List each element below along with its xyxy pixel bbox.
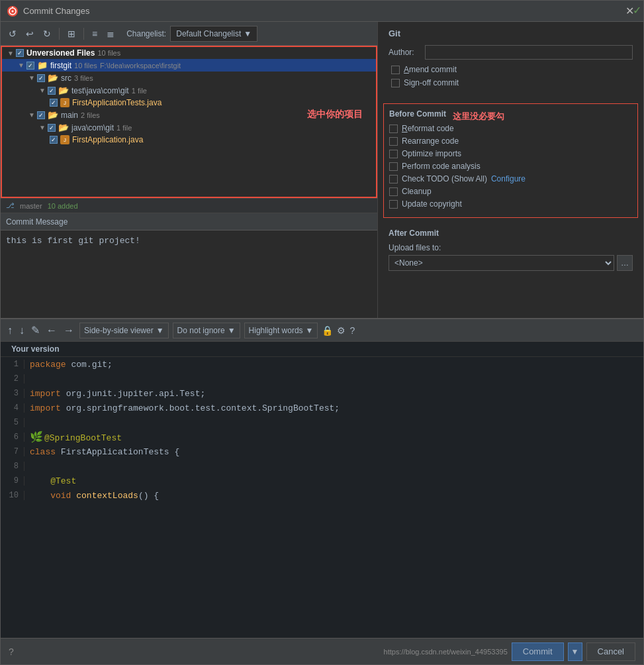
line-num-8: 8 <box>1 462 24 471</box>
tree-item-first-app-tests[interactable]: ✓ J FirstApplicationTests.java <box>2 97 376 109</box>
cleanup-checkbox[interactable] <box>389 187 398 196</box>
upload-browse-btn[interactable]: … <box>617 255 633 271</box>
line-content-3: import org.junit.jupiter.api.Test; <box>24 389 205 399</box>
tree-arrow-test: ▼ <box>39 87 46 94</box>
tree-label-tests-file: FirstApplicationTests.java <box>72 98 161 107</box>
configure-link[interactable]: Configure <box>491 174 526 183</box>
ignore-label: Do not ignore <box>177 326 225 335</box>
rearrange-checkbox[interactable] <box>389 137 398 146</box>
commit-button[interactable]: Commit <box>512 642 564 661</box>
commit-message-input[interactable]: this is first git project! <box>1 230 377 318</box>
diff-down-btn[interactable]: ↓ <box>18 323 26 338</box>
lock-icon[interactable]: 🔒 <box>322 325 333 336</box>
tree-checkbox-main[interactable]: ✓ <box>37 111 45 119</box>
java-file-icon-app: J <box>60 135 69 144</box>
tree-item-unversioned[interactable]: ▼ ✓ Unversioned Files 10 files <box>2 47 376 59</box>
reformat-checkbox[interactable] <box>389 125 398 133</box>
signoff-label: Sign-off commit <box>404 78 459 87</box>
status-added: 10 added <box>48 202 78 210</box>
tree-item-firstgit[interactable]: ▼ ✓ 📁 firstgit 10 files F:\Idea\workspac… <box>2 59 376 72</box>
upload-select[interactable]: <None> <box>389 255 614 271</box>
folder-icon-test: 📂 <box>58 85 69 95</box>
settings-icon[interactable]: ⚙ <box>337 325 345 336</box>
tree-item-java-dir[interactable]: ▼ ✓ 📂 java\com\git 1 file <box>2 121 376 134</box>
tree-checkbox-firstgit[interactable]: ✓ <box>26 62 34 70</box>
tree-count-main: 2 files <box>81 111 100 119</box>
refresh-icon[interactable]: ↺ <box>6 27 19 40</box>
git-title: Git <box>389 28 633 38</box>
tree-checkbox-unversioned[interactable]: ✓ <box>16 49 24 57</box>
diff-forward-btn[interactable]: → <box>62 323 75 338</box>
tree-item-first-app[interactable]: ✓ J FirstApplication.java <box>2 134 376 146</box>
todo-checkbox[interactable] <box>389 175 398 183</box>
rearrange-label: Rearrange code <box>402 136 459 146</box>
tree-checkbox-app-file[interactable]: ✓ <box>50 136 58 144</box>
code-line-8: 8 <box>1 459 643 474</box>
changelist-dropdown[interactable]: Default Changelist ▼ <box>170 26 257 42</box>
main-area: ↺ ↩ ↻ ⊞ ≡ ≣ Changelist: Default Changeli… <box>1 22 643 318</box>
analysis-row: Perform code analysis <box>389 162 632 171</box>
diff-up-btn[interactable]: ↑ <box>6 323 14 338</box>
tree-count-unversioned: 10 files <box>97 49 120 57</box>
side-by-side-dropdown[interactable]: Side-by-side viewer ▼ <box>79 323 169 338</box>
line-num-5: 5 <box>1 418 24 427</box>
expand-icon[interactable]: ≡ <box>89 27 100 40</box>
folder-icon-main: 📂 <box>48 110 58 120</box>
collapse-icon[interactable]: ≣ <box>104 27 117 40</box>
analysis-label: Perform code analysis <box>402 162 481 171</box>
cancel-button[interactable]: Cancel <box>586 642 635 661</box>
line-content-9: @Test <box>24 476 76 486</box>
ignore-dropdown[interactable]: Do not ignore ▼ <box>173 323 240 338</box>
changelist-value: Default Changelist <box>176 29 241 38</box>
viewer-arrow: ▼ <box>156 326 164 335</box>
diff-header: Your version ✓ <box>1 342 643 357</box>
branch-name: master <box>20 202 42 210</box>
app-icon <box>7 6 18 17</box>
file-tree: ▼ ✓ Unversioned Files 10 files ▼ ✓ 📁 fir… <box>1 46 377 198</box>
optimize-checkbox[interactable] <box>389 150 398 158</box>
tree-checkbox-java[interactable]: ✓ <box>48 124 56 132</box>
commit-arrow-button[interactable]: ▼ <box>568 642 582 661</box>
upload-label: Upload files to: <box>389 243 633 252</box>
commit-changes-window: Commit Changes ✕ ↺ ↩ ↻ ⊞ ≡ ≣ Changelist:… <box>0 0 644 665</box>
line-content-7: class FirstApplicationTests { <box>24 447 179 457</box>
help-icon[interactable]: ? <box>349 325 355 336</box>
tree-count-firstgit: 10 files <box>74 62 97 70</box>
tree-checkbox-src[interactable]: ✓ <box>37 74 45 82</box>
author-field: Author: <box>389 45 633 60</box>
amend-checkbox[interactable] <box>391 66 400 74</box>
diff-tick: ✓ <box>633 4 641 17</box>
diff-back-btn[interactable]: ← <box>45 323 58 338</box>
tree-checkbox-test[interactable]: ✓ <box>48 87 56 95</box>
author-input[interactable] <box>425 45 633 60</box>
diff-edit-btn[interactable]: ✎ <box>30 323 41 338</box>
redo-icon[interactable]: ↻ <box>40 27 54 40</box>
tree-item-test-dir[interactable]: ▼ ✓ 📂 test\java\com\git 1 file <box>2 84 376 97</box>
line-content-10: void contextLoads() { <box>24 491 159 501</box>
code-line-4: 4 import org.springframework.boot.test.c… <box>1 401 643 415</box>
folder-icon-src: 📂 <box>48 73 58 83</box>
changelist-label: Changelist: <box>126 29 166 38</box>
reformat-label: Reformat code <box>402 124 454 133</box>
git-section: Git Author: Amend commit Sign-off commit <box>378 22 643 98</box>
optimize-row: Optimize imports <box>389 149 632 158</box>
tree-checkbox-tests-file[interactable]: ✓ <box>50 99 58 107</box>
folder-icon-firstgit: 📁 <box>37 60 48 70</box>
cleanup-row: Cleanup <box>389 187 632 196</box>
todo-label: Check TODO (Show All) <box>402 174 487 183</box>
signoff-checkbox[interactable] <box>391 79 400 87</box>
undo-icon[interactable]: ↩ <box>23 27 36 40</box>
before-commit-title: Before Commit <box>389 109 446 119</box>
code-line-2: 2 <box>1 372 643 386</box>
right-panel: Git Author: Amend commit Sign-off commit <box>378 22 643 318</box>
tree-item-main[interactable]: ▼ ✓ 📂 main 2 files <box>2 109 376 121</box>
line-num-4: 4 <box>1 403 24 413</box>
code-line-6: 6 🌿@SpringBootTest <box>1 430 643 444</box>
help-button[interactable]: ? <box>9 646 14 657</box>
analysis-checkbox[interactable] <box>389 162 398 171</box>
todo-row: Check TODO (Show All) Configure <box>389 174 632 183</box>
group-icon[interactable]: ⊞ <box>65 27 78 40</box>
tree-item-src[interactable]: ▼ ✓ 📂 src 3 files <box>2 72 376 84</box>
copyright-checkbox[interactable] <box>389 200 398 209</box>
highlight-dropdown[interactable]: Highlight words ▼ <box>244 323 318 338</box>
